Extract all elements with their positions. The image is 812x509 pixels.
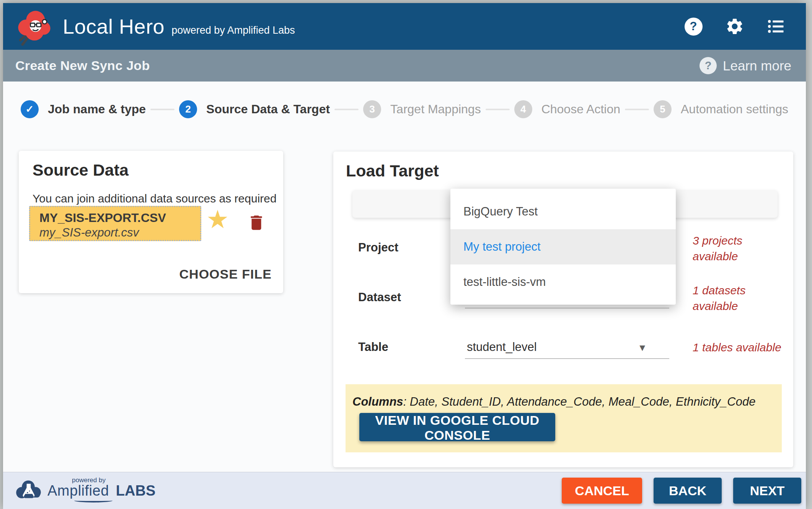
table-availability-note: 1 tables available: [693, 340, 781, 356]
settings-button[interactable]: [725, 16, 745, 36]
project-label: Project: [358, 241, 398, 254]
cancel-button[interactable]: CANCEL: [562, 478, 642, 504]
source-file-chip[interactable]: MY_SIS-EXPORT.CSV my_SIS-export.csv: [29, 206, 201, 241]
project-availability-note: 3 projects available: [693, 233, 760, 264]
step-5-label: Automation settings: [681, 102, 788, 116]
source-file-original-name: my_SIS-export.csv: [39, 226, 191, 240]
step-1-check-icon: ✓: [21, 100, 39, 118]
amplified-labs-brand: powered by Amplified LABS: [15, 480, 155, 502]
subheader-bar: Create New Sync Job ? Learn more: [3, 50, 806, 82]
footer-powered-by: powered by: [72, 476, 106, 484]
step-2-label: Source Data & Target: [206, 102, 330, 116]
next-button[interactable]: NEXT: [733, 478, 801, 504]
step-5-circle: 5: [654, 100, 672, 118]
project-dropdown-menu: BigQuery Test My test project test-littl…: [450, 189, 676, 305]
table-select-value: student_level: [467, 340, 537, 354]
footer-actions: CANCEL BACK NEXT: [562, 478, 801, 504]
learn-more-button[interactable]: ? Learn more: [699, 57, 791, 74]
columns-label: Columns: [352, 395, 403, 408]
step-connector: [486, 109, 510, 110]
menu-button[interactable]: [766, 16, 786, 36]
columns-text: Columns: Date, Student_ID, Attendance_Co…: [352, 395, 755, 409]
footer-brand-name: Amplified: [47, 483, 109, 499]
dropdown-option-test-little-sis-vm[interactable]: test-little-sis-vm: [450, 264, 676, 300]
chevron-down-icon: ▼: [638, 342, 647, 353]
trash-icon: [247, 212, 266, 233]
dropdown-option-bigquery-test[interactable]: BigQuery Test: [450, 194, 676, 229]
app-title-group: Local Hero powered by Amplified Labs: [63, 15, 295, 38]
footer-bar: powered by Amplified LABS CANCEL BACK NE…: [3, 472, 806, 509]
step-connector: [150, 109, 174, 110]
delete-file-button[interactable]: [247, 212, 266, 233]
load-target-card: Load Target Project 3 projects available…: [333, 152, 793, 467]
load-target-title: Load Target: [346, 162, 439, 180]
step-job-name-type[interactable]: ✓ Job name & type: [21, 100, 146, 118]
wizard-stepper: ✓ Job name & type 2 Source Data & Target…: [3, 100, 806, 118]
cloud-flask-icon: [15, 480, 43, 502]
step-connector: [625, 109, 649, 110]
dataset-select[interactable]: [465, 308, 669, 308]
step-1-label: Job name & type: [48, 102, 146, 116]
app-title: Local Hero: [63, 15, 165, 38]
favorite-star-button[interactable]: ★: [206, 207, 229, 232]
view-google-cloud-console-button[interactable]: VIEW IN GOOGLE CLOUD CONSOLE: [359, 413, 555, 441]
table-select-underline: [465, 358, 669, 359]
source-data-title: Source Data: [33, 161, 129, 179]
table-columns-panel: Columns: Date, Student_ID, Attendance_Co…: [346, 384, 782, 452]
columns-list: : Date, Student_ID, Attendance_Code, Mea…: [403, 395, 756, 408]
source-data-card: Source Data You can join additional data…: [19, 151, 283, 293]
header-actions: ?: [683, 16, 786, 36]
dataset-label: Dataset: [358, 290, 401, 304]
source-file-display-name: MY_SIS-EXPORT.CSV: [39, 211, 191, 225]
step-target-mappings[interactable]: 3 Target Mappings: [363, 100, 481, 118]
step-source-data-target[interactable]: 2 Source Data & Target: [179, 100, 330, 118]
footer-brand-suffix: LABS: [116, 483, 155, 499]
dropdown-option-my-test-project[interactable]: My test project: [450, 229, 676, 264]
back-button[interactable]: BACK: [654, 478, 722, 504]
brand-wordmark: powered by Amplified: [47, 483, 109, 499]
step-3-label: Target Mappings: [390, 102, 481, 116]
help-circle-icon: ?: [699, 57, 717, 74]
step-4-circle: 4: [514, 100, 532, 118]
list-menu-icon: [766, 16, 786, 37]
step-3-circle: 3: [363, 100, 381, 118]
choose-file-button[interactable]: CHOOSE FILE: [179, 267, 272, 282]
main-content: ✓ Job name & type 2 Source Data & Target…: [3, 82, 806, 472]
dataset-availability-note: 1 datasets available: [693, 283, 760, 314]
learn-more-label: Learn more: [723, 58, 791, 73]
local-hero-mascot-logo: [15, 7, 54, 46]
gear-icon: [725, 17, 744, 36]
table-label: Table: [358, 340, 388, 354]
app-header: Local Hero powered by Amplified Labs ?: [3, 3, 806, 50]
app-window: Local Hero powered by Amplified Labs ?: [3, 3, 806, 509]
step-connector: [334, 109, 359, 110]
star-icon: ★: [206, 205, 229, 233]
step-4-label: Choose Action: [541, 102, 620, 116]
step-automation-settings[interactable]: 5 Automation settings: [654, 100, 788, 118]
brand-swoosh: [74, 499, 113, 502]
help-button[interactable]: ?: [683, 16, 703, 36]
step-2-circle: 2: [179, 100, 197, 118]
page-title: Create New Sync Job: [15, 58, 150, 73]
help-icon: ?: [685, 18, 703, 36]
source-data-hint: You can join additional data sources as …: [33, 192, 277, 205]
app-subtitle: powered by Amplified Labs: [171, 24, 295, 36]
table-select[interactable]: student_level ▼: [465, 338, 669, 358]
step-choose-action[interactable]: 4 Choose Action: [514, 100, 620, 118]
